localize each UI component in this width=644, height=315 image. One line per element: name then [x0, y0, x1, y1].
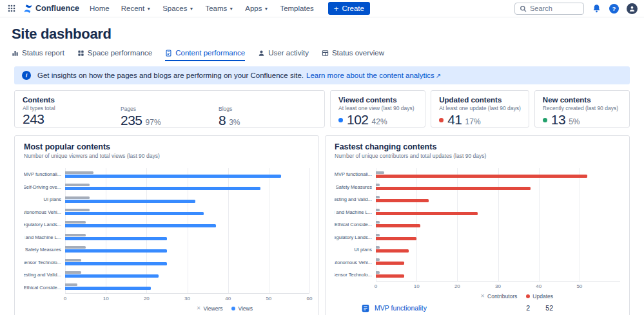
- chart-panels: Most popular contents Number of unique v…: [14, 135, 630, 315]
- create-button[interactable]: + Create: [328, 2, 370, 15]
- category-label: Sensor Technolo...: [24, 256, 65, 269]
- tab-status-report[interactable]: Status report: [12, 49, 64, 61]
- new-contents-card: New contents Recently created (last 90 d…: [534, 90, 630, 128]
- tab-bar: Status report Space performance Content …: [12, 49, 632, 61]
- bar-group: [65, 256, 309, 268]
- stat-value: 102: [347, 112, 369, 128]
- chevron-down-icon: ▼: [146, 6, 151, 11]
- avatar[interactable]: [627, 3, 638, 14]
- category-axis: MVP functionali...Safety MeasuresTesting…: [335, 168, 376, 282]
- top-nav: Confluence Home Recent▼ Spaces▼ Teams▼ A…: [0, 0, 644, 17]
- metric-value: 52: [530, 304, 553, 312]
- viewers-bar: [65, 283, 77, 286]
- nav-spaces[interactable]: Spaces▼: [162, 5, 193, 12]
- tab-status-overview[interactable]: Status overview: [322, 49, 384, 61]
- confluence-logo[interactable]: Confluence: [23, 4, 79, 14]
- x-axis-tick: 0: [64, 296, 66, 301]
- document-icon: [165, 50, 172, 57]
- category-label: Autonomous Vehi...: [335, 256, 376, 269]
- stat-title: Viewed contents: [338, 96, 417, 104]
- chevron-down-icon: ▼: [229, 6, 233, 11]
- content-link[interactable]: MVP functionality: [375, 304, 427, 312]
- contributors-bar: [376, 184, 380, 186]
- contributors-bar: [376, 258, 380, 261]
- notifications-icon[interactable]: [592, 4, 601, 14]
- stat-title: Contents: [23, 96, 121, 104]
- stat-label: Pages: [121, 106, 219, 112]
- gridline: [309, 168, 310, 293]
- dot-marker-icon: [526, 294, 530, 298]
- updates-bar: [376, 175, 587, 178]
- panel-title: Fastest changing contents: [335, 142, 620, 151]
- x-axis-tick: 40: [225, 296, 231, 301]
- bar-group: [65, 231, 309, 243]
- bar-group: [376, 218, 620, 231]
- help-icon[interactable]: ?: [609, 4, 619, 14]
- bar-group: [376, 268, 620, 280]
- stats-row: Contents All types total 243 Pages 23597…: [14, 90, 630, 128]
- viewers-bar: [65, 209, 90, 211]
- chevron-down-icon: ▼: [189, 6, 193, 11]
- category-label: UI plans: [24, 193, 65, 206]
- legend-viewers: ✕Viewers: [197, 305, 223, 312]
- app-switcher-icon[interactable]: [6, 3, 17, 14]
- bar-group: [376, 180, 620, 193]
- category-label: Regulatory Lands...: [335, 231, 376, 244]
- dot-marker-icon: [231, 307, 235, 310]
- bar-group: [65, 193, 309, 205]
- x-axis-tick: 60: [307, 296, 313, 301]
- stat-percent: 17%: [465, 117, 481, 126]
- viewers-bar: [65, 184, 90, 186]
- fastest-changing-contents-table: MVP functionality252Safety Measures138: [335, 303, 620, 315]
- updates-bar: [376, 274, 404, 278]
- pages-stat: Pages 23597%: [121, 96, 219, 122]
- stat-subtitle: At least one update (last 90 days): [439, 105, 521, 111]
- blogs-stat: Blogs 83%: [219, 96, 317, 122]
- search-input[interactable]: [530, 5, 579, 12]
- legend-views: Views: [231, 305, 253, 312]
- external-link-icon: ↗: [436, 72, 441, 79]
- page-icon: [362, 304, 369, 312]
- stat-percent: 3%: [229, 118, 240, 127]
- bar-group: [376, 256, 620, 268]
- stat-title: Updated contents: [439, 96, 521, 104]
- tab-label: Status overview: [332, 49, 384, 57]
- nav-apps[interactable]: Apps▼: [245, 5, 268, 12]
- viewers-bar: [65, 171, 93, 174]
- bar-chart-icon: [12, 50, 19, 57]
- bar-group: [376, 205, 620, 218]
- category-label: AI and Machine L...: [24, 231, 65, 244]
- contributors-bar: [376, 271, 380, 274]
- x-axis-tick: 20: [144, 296, 150, 301]
- category-label: Testing and Valid...: [24, 269, 65, 282]
- tab-user-activity[interactable]: User activity: [258, 49, 309, 61]
- tab-label: Content performance: [175, 49, 245, 57]
- fastest-changing-contents-panel: Fastest changing contents Number of uniq…: [325, 135, 630, 315]
- category-label: Regulatory Lands...: [24, 218, 65, 231]
- nav-recent[interactable]: Recent▼: [121, 5, 151, 12]
- contributors-bar: [376, 171, 384, 174]
- views-bar: [65, 249, 167, 253]
- tab-space-performance[interactable]: Space performance: [77, 49, 152, 61]
- search-box[interactable]: [514, 3, 584, 15]
- viewers-bar: [65, 196, 90, 199]
- nav-templates[interactable]: Templates: [280, 5, 313, 12]
- updates-bar: [376, 249, 409, 253]
- banner-learn-more-link[interactable]: Learn more about the content analytics: [306, 72, 434, 79]
- user-avatar-icon: [627, 3, 638, 14]
- stat-title: New contents: [543, 96, 621, 104]
- bar-group: [65, 205, 309, 218]
- x-axis-tick: 40: [536, 283, 542, 289]
- viewed-indicator-dot: [338, 118, 343, 122]
- tab-content-performance[interactable]: Content performance: [165, 49, 245, 61]
- contributors-bar: [376, 209, 380, 211]
- most-popular-contents-chart: MVP functionali...Self-Driving ove...UI …: [24, 168, 309, 294]
- category-label: MVP functionali...: [335, 168, 376, 181]
- confluence-logo-text: Confluence: [35, 4, 79, 13]
- panel-title: Most popular contents: [24, 142, 309, 151]
- metric-value: 2: [507, 304, 530, 312]
- views-bar: [65, 224, 216, 227]
- x-axis-tick: 10: [103, 296, 109, 301]
- nav-home[interactable]: Home: [90, 5, 110, 12]
- nav-teams[interactable]: Teams▼: [205, 5, 233, 12]
